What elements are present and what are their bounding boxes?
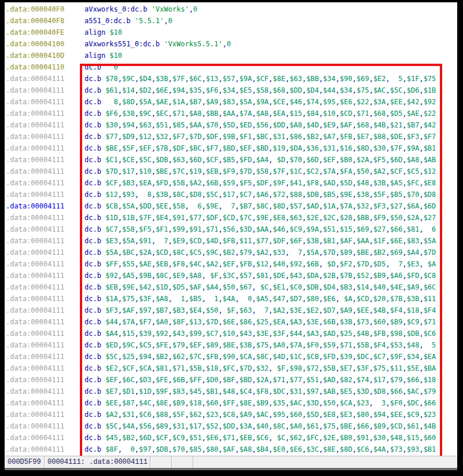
number-literal: $3F <box>273 329 285 338</box>
number-literal: $4D <box>306 121 319 129</box>
listing-line[interactable]: .data:00004111dc.b $45,$B2,$6D,$CF,$C9,$… <box>5 432 457 444</box>
number-literal: $CD <box>223 214 236 222</box>
listing-line[interactable]: .data:00004111dc.b $C7,$58,$F5,$F1,$99,$… <box>5 224 457 235</box>
number-literal: $9E <box>122 283 135 291</box>
number-literal: $9F <box>156 387 168 396</box>
number-literal: $77 <box>256 237 269 245</box>
number-literal: $44 <box>289 329 302 338</box>
address-label: .data:00004111 <box>6 142 84 154</box>
number-literal: $DF <box>172 144 185 152</box>
number-literal: $80 <box>306 295 319 303</box>
listing-line[interactable]: .data:00004111dc.b $8F, 0,$97,$DB,$70,$8… <box>5 444 457 455</box>
listing-line[interactable]: .data:00004111dc.b $F6,$38,$9C,$EC,$71,$… <box>5 108 457 119</box>
listing-line[interactable]: .data:00004111dc.b $E2,$CF,$CA,$81,$71,$… <box>5 363 457 374</box>
address-label: .data:00004111 <box>6 270 84 281</box>
listing-line[interactable]: .data:00004100aVxworks551_0:dc.b 'VxWork… <box>5 38 457 50</box>
code-text: dc.b $78,$9C,$D4,$3B,$7F,$6C,$13,$57,$9A… <box>84 75 436 83</box>
number-literal: $A8 <box>256 109 269 118</box>
number-literal: $CD <box>390 422 403 430</box>
listing-line[interactable]: .data:00004111dc.b $CF,$B3,$EA,$FD,$5B,$… <box>5 177 457 189</box>
listing-line[interactable]: .data:00004111dc.b $44,$7A,$F7,$A0,$8F,$… <box>5 316 457 328</box>
code-text: dc.b $ED,$9C,$C5,$FE,$79,$EF,$89,$BE,$3B… <box>84 341 436 349</box>
listing-line[interactable]: .data:00004111dc.b $E7,$D1,$1D,$9F,$83,$… <box>5 386 457 397</box>
number-literal: $AE <box>407 109 420 118</box>
number-literal: $31 <box>323 144 336 152</box>
listing-line[interactable]: .data:00004111dc.b $EF,$6C,$D3,$FE,$6B,$… <box>5 374 457 386</box>
number-literal: $25 <box>256 318 269 326</box>
listing-line[interactable]: .data:00004111dc.b $BE,$5F,$EF,$7B,$DF,$… <box>5 142 457 154</box>
number-literal: $AA <box>256 225 269 233</box>
code-text: align $10 <box>84 28 122 36</box>
number-literal: $95 <box>273 411 285 419</box>
listing-line[interactable]: .data:00004111dc.b $5C,$4A,$56,$89,$31,$… <box>5 420 457 432</box>
number-literal: $EF <box>323 156 336 164</box>
listing-line[interactable]: .data:00004111dc.b $FF,$55,$AE,$EB,$F8,$… <box>5 258 457 270</box>
number-literal: $71 <box>206 225 219 233</box>
listing-line[interactable]: .data:00004111dc.b $A4,$15,$39,$92,$43,$… <box>5 328 457 339</box>
listing-line[interactable]: .data:00004111dc.b $12,$93, 8,$3B,$8C,$D… <box>5 189 457 200</box>
number-literal: $E6 <box>340 98 352 106</box>
listing-line[interactable]: .data:00004111dc.b $78,$9C,$D4,$3B,$7F,$… <box>5 73 457 85</box>
number-literal: $5C <box>105 353 118 361</box>
number-literal: $55 <box>122 260 135 268</box>
number-literal: 7 <box>298 248 302 257</box>
number-literal: $B0 <box>340 156 352 164</box>
number-literal: $94 <box>172 86 185 94</box>
number-literal: $FB <box>223 237 236 245</box>
number-literal: $F7 <box>139 318 152 326</box>
number-literal: $79 <box>240 248 252 257</box>
number-literal: $40 <box>373 283 386 291</box>
listing-line[interactable]: .data:00004111dc.b $5C,$25,$94,$B2,$62,$… <box>5 351 457 363</box>
number-literal: $1A <box>172 98 185 106</box>
listing-line[interactable]: .data:00004111dc.b $77,$D9,$12,$32,$F7,$… <box>5 131 457 142</box>
number-literal: $43 <box>289 272 302 280</box>
listing-line[interactable]: .data:00004111dc.b $ED,$9C,$C5,$FE,$79,$… <box>5 339 457 351</box>
address-label: .data:00004111 <box>6 166 84 177</box>
address-label: .data:00004111 <box>6 189 84 200</box>
number-literal: $42 <box>424 121 436 129</box>
number-literal: $F5 <box>139 225 152 233</box>
listing-line[interactable]: .data:00004111dc.b $7D,$17,$10,$BE,$7C,$… <box>5 166 457 177</box>
listing-line[interactable]: .data:00004111dc.b $92,$A5,$9B,$8C,$E9,$… <box>5 270 457 281</box>
listing-line[interactable]: .data:00004111dc.b $A2,$31,$C6,$88,$5F,$… <box>5 409 457 420</box>
code-text: dc.b $EB,$9E,$42,$1D,$D5,$AF,$A4,$50,$67… <box>84 283 436 291</box>
listing-line[interactable]: .data:00004111dc.b $CB,$5A,$DD,$EE,$5B, … <box>5 200 457 212</box>
listing-line[interactable]: .data:00004111dc.b $F3,$AF,$97,$B7,$B3,$… <box>5 305 457 316</box>
number-literal: $CE <box>122 156 135 164</box>
number-literal: $19 <box>189 167 202 175</box>
number-literal: $11 <box>390 364 403 372</box>
number-literal: $E3 <box>407 260 420 268</box>
disassembly-listing[interactable]: .data:000040F0aVxworks_0:dc.b 'VxWorks',… <box>5 2 457 456</box>
listing-line[interactable]: .data:00004111dc.b $1A,$75,$3F,$A8, 1,$B… <box>5 293 457 305</box>
number-literal: $4A <box>122 422 135 430</box>
listing-line[interactable]: .data:00004111dc.b $5A,$BC,$2A,$CD,$8C,$… <box>5 247 457 258</box>
listing-line[interactable]: .data:00004111dc.b $C1,$CE,$5C,$DB,$63,$… <box>5 154 457 166</box>
listing-line[interactable]: .data:00004111dc.b $E3,$5A,$91, 7,$E9,$C… <box>5 235 457 247</box>
number-literal: $8F <box>172 318 185 326</box>
code-text: aVxworks551_0:dc.b 'VxWorks5.5.1',0 <box>84 40 231 48</box>
listing-line[interactable]: .data:00004111dc.b 8,$8D,$5A,$AE,$1A,$B7… <box>5 96 457 108</box>
listing-line[interactable]: .data:000040FEalign $10 <box>5 27 457 38</box>
number-literal: $F6 <box>105 109 118 118</box>
number-literal: $E8 <box>273 214 285 222</box>
number-literal: $6C <box>424 283 436 291</box>
listing-line[interactable]: .data:00004111dc.b $EE,$87,$4C,$8E,$B9,$… <box>5 397 457 409</box>
number-literal: $EF <box>189 341 202 349</box>
listing-line[interactable]: .data:00004111dc.b $61,$14,$D2,$6E,$94,$… <box>5 85 457 96</box>
number-literal: $7F <box>390 144 403 152</box>
listing-line[interactable]: .data:0000410Dalign $10 <box>5 50 457 61</box>
number-literal: $C6 <box>424 329 436 338</box>
listing-line[interactable]: .data:00004110dc.b 0 <box>5 61 457 73</box>
listing-line[interactable]: .data:00004111dc.b $1D,$1B,$7F,$E4,$91,$… <box>5 212 457 224</box>
number-literal: $B0 <box>340 434 352 442</box>
listing-line[interactable]: .data:000040F8a551_0:dc.b '5.5.1',0 <box>5 15 457 27</box>
listing-line[interactable]: .data:00004111dc.b $EB,$9E,$42,$1D,$D5,$… <box>5 281 457 293</box>
number-literal: $10 <box>109 28 122 36</box>
number-literal: $CB <box>306 353 319 361</box>
number-literal: $FF <box>189 376 202 384</box>
number-literal: 7 <box>164 237 168 245</box>
code-text: dc.b $F3,$AF,$97,$B7,$B3,$E4,$50, $F,$63… <box>84 306 436 314</box>
number-literal: $46 <box>273 225 285 233</box>
listing-line[interactable]: .data:00004111dc.b $30,$94,$63,$51,$85,$… <box>5 119 457 131</box>
listing-line[interactable]: .data:000040F0aVxworks_0:dc.b 'VxWorks',… <box>5 3 457 15</box>
